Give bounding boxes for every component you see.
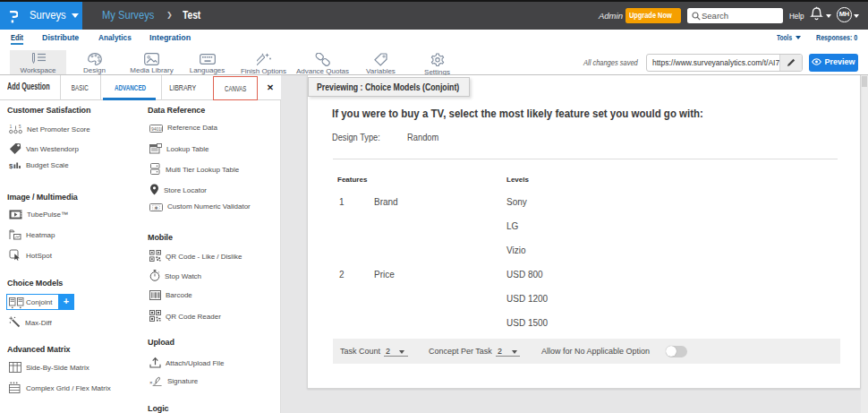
svg-text:×: ×	[149, 380, 153, 385]
svg-text:94010: 94010	[151, 125, 163, 131]
svg-text:$: $	[9, 162, 13, 170]
svg-text:5: 5	[19, 124, 21, 128]
svg-text:1: 1	[10, 124, 13, 128]
svg-text:✱: ✱	[154, 205, 158, 211]
